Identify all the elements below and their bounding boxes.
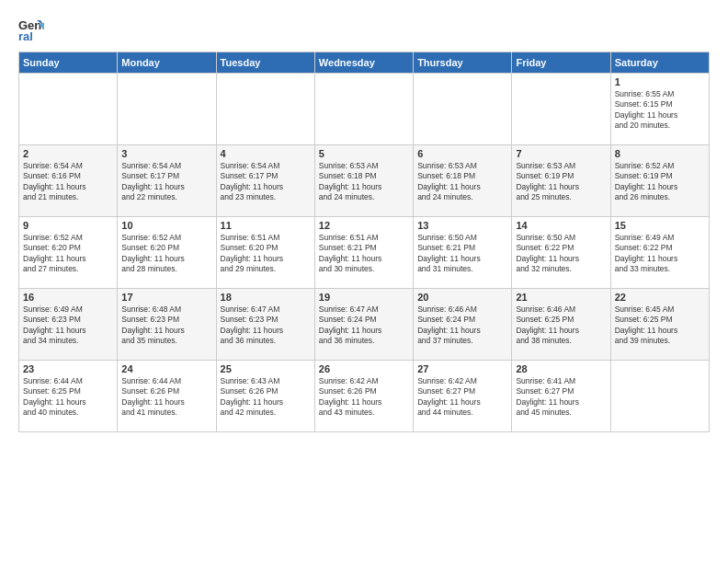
calendar-day-cell: 5Sunrise: 6:53 AM Sunset: 6:18 PM Daylig… (314, 145, 413, 217)
day-number: 23 (23, 363, 113, 374)
calendar-header-row: SundayMondayTuesdayWednesdayThursdayFrid… (19, 52, 710, 74)
svg-text:ral: ral (18, 29, 33, 42)
day-number: 17 (121, 292, 211, 303)
calendar-day-cell: 19Sunrise: 6:47 AM Sunset: 6:24 PM Dayli… (314, 289, 413, 361)
calendar-day-cell: 18Sunrise: 6:47 AM Sunset: 6:23 PM Dayli… (216, 289, 314, 361)
calendar-day-cell: 10Sunrise: 6:52 AM Sunset: 6:20 PM Dayli… (118, 217, 216, 289)
calendar-week-row: 1Sunrise: 6:55 AM Sunset: 6:15 PM Daylig… (19, 74, 710, 145)
calendar-day-cell (118, 74, 216, 145)
day-info: Sunrise: 6:55 AM Sunset: 6:15 PM Dayligh… (615, 89, 705, 132)
day-number: 1 (615, 76, 705, 87)
calendar-day-cell: 8Sunrise: 6:52 AM Sunset: 6:19 PM Daylig… (610, 145, 709, 217)
calendar-day-cell: 27Sunrise: 6:42 AM Sunset: 6:27 PM Dayli… (414, 361, 512, 432)
day-info: Sunrise: 6:52 AM Sunset: 6:19 PM Dayligh… (615, 161, 705, 203)
calendar-week-row: 9Sunrise: 6:52 AM Sunset: 6:20 PM Daylig… (19, 217, 710, 289)
day-info: Sunrise: 6:44 AM Sunset: 6:26 PM Dayligh… (121, 376, 211, 419)
calendar-day-cell (216, 74, 314, 145)
day-number: 14 (516, 220, 606, 231)
day-number: 12 (319, 220, 409, 231)
calendar-day-cell: 20Sunrise: 6:46 AM Sunset: 6:24 PM Dayli… (414, 289, 512, 361)
calendar-header-tuesday: Tuesday (216, 52, 314, 74)
day-info: Sunrise: 6:52 AM Sunset: 6:20 PM Dayligh… (23, 233, 113, 275)
day-info: Sunrise: 6:50 AM Sunset: 6:21 PM Dayligh… (417, 233, 507, 275)
calendar-table: SundayMondayTuesdayWednesdayThursdayFrid… (18, 52, 710, 432)
calendar-week-row: 2Sunrise: 6:54 AM Sunset: 6:16 PM Daylig… (19, 145, 710, 217)
day-info: Sunrise: 6:44 AM Sunset: 6:25 PM Dayligh… (23, 376, 113, 419)
day-info: Sunrise: 6:49 AM Sunset: 6:23 PM Dayligh… (23, 304, 113, 347)
page: Gene ral SundayMondayTuesdayWednesdayThu… (0, 0, 728, 563)
logo-icon: Gene ral (18, 17, 44, 42)
calendar-day-cell (314, 74, 413, 145)
day-info: Sunrise: 6:46 AM Sunset: 6:24 PM Dayligh… (417, 304, 507, 347)
day-number: 11 (221, 220, 311, 231)
calendar-day-cell (610, 361, 709, 432)
calendar-day-cell: 22Sunrise: 6:45 AM Sunset: 6:25 PM Dayli… (610, 289, 709, 361)
logo: Gene ral (18, 17, 48, 42)
day-number: 3 (121, 148, 211, 159)
calendar-day-cell: 15Sunrise: 6:49 AM Sunset: 6:22 PM Dayli… (610, 217, 709, 289)
calendar-header-monday: Monday (118, 52, 216, 74)
day-number: 20 (417, 292, 507, 303)
day-info: Sunrise: 6:51 AM Sunset: 6:21 PM Dayligh… (319, 233, 409, 275)
calendar-header-saturday: Saturday (610, 52, 709, 74)
day-number: 26 (319, 363, 409, 374)
day-info: Sunrise: 6:42 AM Sunset: 6:27 PM Dayligh… (417, 376, 507, 419)
day-number: 18 (221, 292, 311, 303)
calendar-day-cell: 2Sunrise: 6:54 AM Sunset: 6:16 PM Daylig… (19, 145, 118, 217)
day-info: Sunrise: 6:42 AM Sunset: 6:26 PM Dayligh… (319, 376, 409, 419)
calendar-header-wednesday: Wednesday (314, 52, 413, 74)
day-info: Sunrise: 6:52 AM Sunset: 6:20 PM Dayligh… (121, 233, 211, 275)
day-number: 7 (516, 148, 606, 159)
calendar-day-cell (19, 74, 118, 145)
day-number: 5 (319, 148, 409, 159)
day-number: 19 (319, 292, 409, 303)
day-number: 15 (615, 220, 705, 231)
calendar-week-row: 16Sunrise: 6:49 AM Sunset: 6:23 PM Dayli… (19, 289, 710, 361)
calendar-day-cell: 7Sunrise: 6:53 AM Sunset: 6:19 PM Daylig… (512, 145, 610, 217)
day-info: Sunrise: 6:41 AM Sunset: 6:27 PM Dayligh… (516, 376, 606, 419)
day-number: 21 (516, 292, 606, 303)
day-info: Sunrise: 6:50 AM Sunset: 6:22 PM Dayligh… (516, 233, 606, 275)
day-info: Sunrise: 6:43 AM Sunset: 6:26 PM Dayligh… (221, 376, 311, 419)
calendar-day-cell: 26Sunrise: 6:42 AM Sunset: 6:26 PM Dayli… (314, 361, 413, 432)
calendar-day-cell: 14Sunrise: 6:50 AM Sunset: 6:22 PM Dayli… (512, 217, 610, 289)
day-number: 6 (417, 148, 507, 159)
calendar-day-cell (414, 74, 512, 145)
day-number: 25 (221, 363, 311, 374)
day-info: Sunrise: 6:54 AM Sunset: 6:17 PM Dayligh… (121, 161, 211, 203)
day-number: 16 (23, 292, 113, 303)
calendar-day-cell: 25Sunrise: 6:43 AM Sunset: 6:26 PM Dayli… (216, 361, 314, 432)
calendar-header-sunday: Sunday (19, 52, 118, 74)
calendar-day-cell: 9Sunrise: 6:52 AM Sunset: 6:20 PM Daylig… (19, 217, 118, 289)
day-number: 22 (615, 292, 705, 303)
day-info: Sunrise: 6:49 AM Sunset: 6:22 PM Dayligh… (615, 233, 705, 275)
day-number: 28 (516, 363, 606, 374)
calendar-day-cell: 13Sunrise: 6:50 AM Sunset: 6:21 PM Dayli… (414, 217, 512, 289)
day-number: 4 (221, 148, 311, 159)
header: Gene ral (18, 17, 710, 42)
day-info: Sunrise: 6:48 AM Sunset: 6:23 PM Dayligh… (121, 304, 211, 347)
calendar-day-cell: 6Sunrise: 6:53 AM Sunset: 6:18 PM Daylig… (414, 145, 512, 217)
day-info: Sunrise: 6:51 AM Sunset: 6:20 PM Dayligh… (221, 233, 311, 275)
calendar-day-cell: 28Sunrise: 6:41 AM Sunset: 6:27 PM Dayli… (512, 361, 610, 432)
day-info: Sunrise: 6:45 AM Sunset: 6:25 PM Dayligh… (615, 304, 705, 347)
day-number: 24 (121, 363, 211, 374)
calendar-day-cell: 21Sunrise: 6:46 AM Sunset: 6:25 PM Dayli… (512, 289, 610, 361)
calendar-day-cell: 4Sunrise: 6:54 AM Sunset: 6:17 PM Daylig… (216, 145, 314, 217)
calendar-week-row: 23Sunrise: 6:44 AM Sunset: 6:25 PM Dayli… (19, 361, 710, 432)
day-number: 10 (121, 220, 211, 231)
calendar-day-cell: 3Sunrise: 6:54 AM Sunset: 6:17 PM Daylig… (118, 145, 216, 217)
calendar-header-thursday: Thursday (414, 52, 512, 74)
day-info: Sunrise: 6:53 AM Sunset: 6:19 PM Dayligh… (516, 161, 606, 203)
day-info: Sunrise: 6:46 AM Sunset: 6:25 PM Dayligh… (516, 304, 606, 347)
calendar-day-cell: 12Sunrise: 6:51 AM Sunset: 6:21 PM Dayli… (314, 217, 413, 289)
day-info: Sunrise: 6:47 AM Sunset: 6:23 PM Dayligh… (221, 304, 311, 347)
day-number: 27 (417, 363, 507, 374)
day-number: 13 (417, 220, 507, 231)
calendar-day-cell (512, 74, 610, 145)
calendar-day-cell: 1Sunrise: 6:55 AM Sunset: 6:15 PM Daylig… (610, 74, 709, 145)
day-info: Sunrise: 6:53 AM Sunset: 6:18 PM Dayligh… (319, 161, 409, 203)
calendar-day-cell: 17Sunrise: 6:48 AM Sunset: 6:23 PM Dayli… (118, 289, 216, 361)
day-number: 2 (23, 148, 113, 159)
calendar-day-cell: 23Sunrise: 6:44 AM Sunset: 6:25 PM Dayli… (19, 361, 118, 432)
